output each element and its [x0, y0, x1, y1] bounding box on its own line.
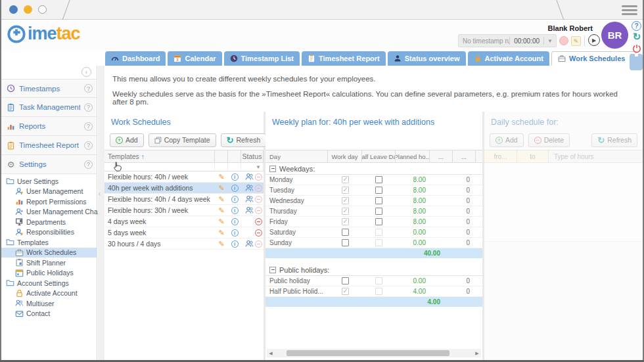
- stop-timer-icon[interactable]: [559, 36, 568, 45]
- deactivate-icon[interactable]: [255, 196, 262, 203]
- help-icon[interactable]: ?: [84, 103, 93, 112]
- tree-item-contact[interactable]: Contact: [1, 309, 97, 319]
- note-icon[interactable]: ✎: [571, 36, 581, 46]
- edit-icon[interactable]: ✎: [218, 206, 224, 215]
- reload-icon[interactable]: ↻: [632, 32, 642, 42]
- assigned-users-icon[interactable]: [245, 240, 254, 248]
- tree-item-work-schedules[interactable]: Work Schedules: [1, 248, 97, 258]
- horizontal-scrollbar[interactable]: ◀ ▶: [267, 349, 481, 357]
- collapse-group-icon[interactable]: [269, 267, 276, 273]
- workday-checkbox[interactable]: [342, 277, 349, 284]
- browser-menu-icon[interactable]: [622, 3, 637, 17]
- assigned-users-icon[interactable]: [245, 184, 254, 192]
- edit-icon[interactable]: ✎: [218, 229, 224, 237]
- scroll-left-icon[interactable]: ◀: [267, 351, 275, 356]
- sidebar-item-task-management[interactable]: Task Management ?: [1, 98, 97, 117]
- tab-timestamp-list[interactable]: Timestamp List: [224, 51, 300, 66]
- template-row[interactable]: 30 hours / 4 days ✎ i: [104, 238, 264, 250]
- template-row[interactable]: Flexible hours: 40h / week ✎ i: [104, 171, 264, 183]
- edit-icon[interactable]: ✎: [218, 217, 224, 226]
- group-public-holidays[interactable]: Public holidays:: [265, 264, 482, 276]
- template-row[interactable]: 40h per week with additions ✎ i: [104, 183, 264, 194]
- tab-timesheet-report[interactable]: Timesheet Report: [302, 51, 386, 66]
- help-icon[interactable]: ?: [84, 160, 93, 169]
- tree-item-report-permissions[interactable]: Report Permissions: [1, 196, 97, 207]
- info-icon[interactable]: i: [231, 207, 239, 214]
- info-icon[interactable]: i: [231, 185, 239, 192]
- window-control-zoom[interactable]: [38, 5, 47, 14]
- half-leave-checkbox[interactable]: [375, 176, 382, 183]
- scrollbar-thumb[interactable]: [287, 350, 449, 356]
- edit-icon[interactable]: ✎: [218, 173, 224, 181]
- info-icon[interactable]: i: [231, 196, 239, 203]
- status-filter-icon[interactable]: ▼: [241, 163, 264, 171]
- help-icon[interactable]: ?: [84, 141, 93, 150]
- timestamp-control[interactable]: No timestamp run... 00:00:00 ▼: [458, 34, 557, 47]
- sidebar-item-settings[interactable]: ⚙ Settings ?: [1, 155, 97, 174]
- power-icon[interactable]: [632, 43, 641, 53]
- deactivate-icon[interactable]: [255, 185, 262, 192]
- help-icon[interactable]: ?: [84, 84, 93, 93]
- tree-item-user-settings[interactable]: User Settings: [1, 176, 97, 187]
- deactivate-icon[interactable]: [255, 240, 262, 248]
- avatar[interactable]: BR: [601, 22, 628, 49]
- half-leave-checkbox[interactable]: [375, 187, 382, 194]
- sidebar-item-timestamps[interactable]: Timestamps ?: [1, 79, 97, 98]
- refresh-button[interactable]: ↻Refresh: [221, 133, 267, 147]
- window-control-close[interactable]: [9, 5, 18, 14]
- assigned-users-icon[interactable]: [245, 206, 254, 214]
- edit-icon[interactable]: ✎: [218, 184, 224, 192]
- sidebar-item-reports[interactable]: Reports ?: [1, 117, 97, 136]
- info-icon[interactable]: i: [231, 229, 239, 237]
- half-leave-checkbox[interactable]: [375, 208, 382, 215]
- template-row[interactable]: 5 days week ✎ i: [104, 227, 264, 238]
- deactivate-icon[interactable]: [255, 173, 262, 181]
- half-leave-checkbox[interactable]: [375, 197, 382, 204]
- help-icon[interactable]: ?: [84, 122, 93, 131]
- workday-checkbox[interactable]: [342, 229, 349, 236]
- help-icon[interactable]: ?: [632, 21, 641, 31]
- info-icon[interactable]: i: [231, 173, 239, 181]
- scroll-right-icon[interactable]: ▶: [473, 351, 481, 356]
- tree-item-templates[interactable]: Templates: [1, 237, 97, 248]
- sidebar-collapse-icon[interactable]: ‹: [81, 67, 91, 77]
- template-row[interactable]: Flexible hours: 30h / week ✎ i: [104, 205, 264, 216]
- tab-status-overview[interactable]: Status overview: [388, 51, 466, 66]
- assigned-users-icon[interactable]: [245, 173, 254, 181]
- deactivate-icon[interactable]: [255, 218, 262, 225]
- half-leave-checkbox[interactable]: [375, 218, 382, 225]
- tree-item-user-management-changelog[interactable]: User Management Changelog: [1, 207, 97, 217]
- deactivate-icon[interactable]: [255, 229, 262, 237]
- info-icon[interactable]: i: [231, 218, 239, 225]
- sidebar-item-timesheet-report[interactable]: Timesheet Report ?: [1, 136, 97, 155]
- edit-icon[interactable]: ✎: [218, 195, 224, 204]
- workday-checkbox[interactable]: [342, 239, 349, 246]
- tree-item-responsibilities[interactable]: Responsibilities: [1, 227, 97, 238]
- deactivate-icon[interactable]: [255, 207, 262, 214]
- tab-dashboard[interactable]: Dashboard: [105, 51, 166, 66]
- window-control-minimize[interactable]: [24, 5, 32, 14]
- add-button[interactable]: +Add: [110, 133, 144, 147]
- sidebar-splitter[interactable]: ‹: [98, 66, 104, 360]
- tree-item-departments[interactable]: Departments: [1, 217, 97, 227]
- splitter-collapse-icon[interactable]: ‹: [99, 191, 101, 197]
- info-icon[interactable]: i: [231, 240, 239, 248]
- edit-icon[interactable]: ✎: [218, 240, 224, 248]
- assigned-users-icon[interactable]: [245, 195, 254, 203]
- start-timer-icon[interactable]: ▶: [588, 34, 600, 46]
- template-row[interactable]: Flexible hours: 40h / 4 days week ✎ i: [104, 194, 264, 205]
- tab-work-schedules[interactable]: Work Schedules ×: [551, 51, 636, 66]
- tree-item-multiuser[interactable]: Multiuser: [1, 298, 97, 309]
- tree-item-activate-account[interactable]: Activate Account: [1, 288, 97, 299]
- copy-template-button[interactable]: Copy Template: [149, 133, 216, 147]
- tree-item-shift-planner[interactable]: Shift Planner: [1, 258, 97, 268]
- group-weekdays[interactable]: Weekdays:: [265, 163, 482, 175]
- template-row[interactable]: 4 days week ✎ i: [104, 216, 264, 227]
- chevron-down-icon[interactable]: ▼: [544, 38, 556, 44]
- tree-item-user-management[interactable]: User Management: [1, 187, 97, 197]
- tab-activate-account[interactable]: Activate Account: [468, 51, 549, 66]
- collapse-group-icon[interactable]: [269, 166, 276, 172]
- column-status[interactable]: Status: [241, 150, 264, 162]
- tree-item-account-settings[interactable]: Account Settings: [1, 278, 97, 288]
- lightbulb-icon[interactable]: [630, 54, 643, 70]
